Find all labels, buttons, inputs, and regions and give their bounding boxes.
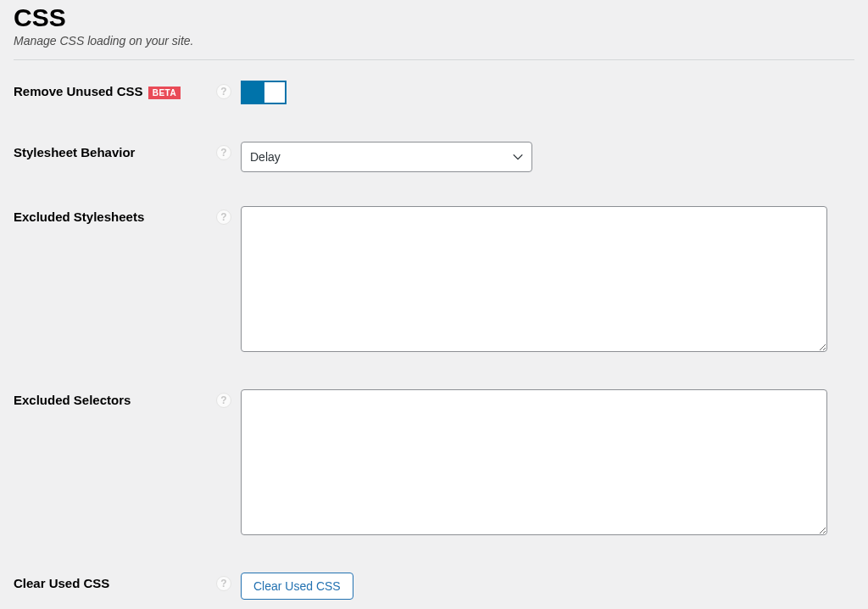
excluded-stylesheets-textarea[interactable] bbox=[241, 206, 827, 352]
label-excluded-selectors: Excluded Selectors bbox=[14, 389, 207, 407]
remove-unused-css-toggle[interactable] bbox=[241, 81, 287, 104]
row-remove-unused-css: Remove Unused CSS BETA ? bbox=[14, 81, 854, 108]
label-text: Remove Unused CSS bbox=[14, 84, 143, 98]
label-stylesheet-behavior: Stylesheet Behavior bbox=[14, 142, 207, 159]
row-excluded-selectors: Excluded Selectors ? bbox=[14, 389, 854, 539]
stylesheet-behavior-select[interactable]: Delay bbox=[241, 142, 532, 172]
clear-used-css-button[interactable]: Clear Used CSS bbox=[241, 573, 353, 600]
toggle-knob bbox=[264, 82, 285, 103]
row-clear-used-css: Clear Used CSS ? Clear Used CSS bbox=[14, 573, 854, 600]
help-icon[interactable]: ? bbox=[216, 145, 231, 160]
help-icon[interactable]: ? bbox=[216, 210, 231, 225]
label-clear-used-css: Clear Used CSS bbox=[14, 573, 207, 590]
row-stylesheet-behavior: Stylesheet Behavior ? Delay bbox=[14, 142, 854, 172]
label-text: Excluded Stylesheets bbox=[14, 210, 144, 224]
excluded-selectors-textarea[interactable] bbox=[241, 389, 827, 535]
label-text: Clear Used CSS bbox=[14, 576, 109, 590]
help-icon[interactable]: ? bbox=[216, 84, 231, 99]
label-text: Stylesheet Behavior bbox=[14, 145, 135, 159]
label-remove-unused-css: Remove Unused CSS BETA bbox=[14, 81, 207, 99]
page-title: CSS bbox=[14, 3, 854, 32]
label-excluded-stylesheets: Excluded Stylesheets bbox=[14, 206, 207, 224]
page-subtitle: Manage CSS loading on your site. bbox=[14, 34, 854, 47]
beta-badge: BETA bbox=[148, 87, 181, 99]
help-icon[interactable]: ? bbox=[216, 576, 231, 591]
help-icon[interactable]: ? bbox=[216, 393, 231, 408]
section-header: CSS Manage CSS loading on your site. bbox=[14, 3, 854, 60]
label-text: Excluded Selectors bbox=[14, 393, 131, 407]
row-excluded-stylesheets: Excluded Stylesheets ? bbox=[14, 206, 854, 355]
